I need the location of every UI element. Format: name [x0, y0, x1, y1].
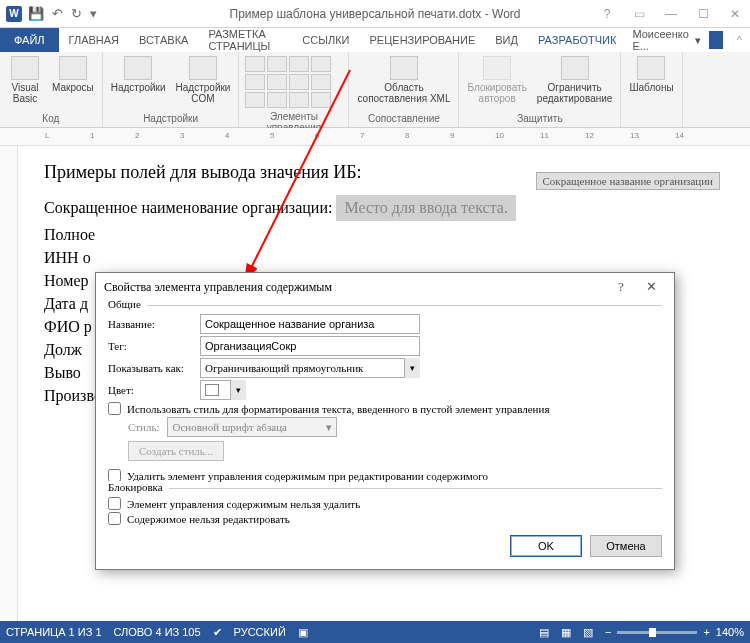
- controls-grid: [243, 54, 333, 110]
- zoom-level[interactable]: 140%: [716, 626, 744, 638]
- combo-value: Основной шрифт абзаца: [172, 421, 286, 433]
- checkbox-control-icon[interactable]: [245, 74, 265, 90]
- tab-insert[interactable]: ВСТАВКА: [129, 28, 198, 52]
- group-protect: Блокировать авторов Ограничить редактиро…: [459, 52, 621, 127]
- combobox-control-icon[interactable]: [267, 74, 287, 90]
- restrict-editing-button[interactable]: Ограничить редактирование: [533, 54, 617, 106]
- lock-edit-checkbox[interactable]: [108, 512, 121, 525]
- repeating-control-icon[interactable]: [245, 92, 265, 108]
- ribbon-display-icon[interactable]: ▭: [624, 4, 654, 24]
- minimize-icon[interactable]: —: [656, 4, 686, 24]
- ribbon-collapse-icon[interactable]: ^: [729, 28, 750, 52]
- field-label: ИНН о: [44, 249, 91, 267]
- status-page[interactable]: СТРАНИЦА 1 ИЗ 1: [6, 626, 102, 638]
- block-authors-icon: [483, 56, 511, 80]
- content-control-properties-dialog: Свойства элемента управления содержимым …: [95, 272, 675, 570]
- vertical-ruler[interactable]: [0, 146, 18, 623]
- macro-record-icon[interactable]: ▣: [298, 626, 308, 639]
- legend-general: Общие: [108, 298, 147, 310]
- title-bar: W 💾 ↶ ↻ ▾ Пример шаблона универсальной п…: [0, 0, 750, 28]
- zoom-slider[interactable]: [617, 631, 697, 634]
- tab-view[interactable]: ВИД: [485, 28, 528, 52]
- field-label: Выво: [44, 364, 81, 382]
- color-swatch-icon: [205, 384, 219, 396]
- field-label: ФИО р: [44, 318, 92, 336]
- view-web-icon[interactable]: ▧: [583, 626, 593, 639]
- com-addins-icon: [189, 56, 217, 80]
- group-controls: Элементы управления: [239, 52, 349, 127]
- tab-home[interactable]: ГЛАВНАЯ: [59, 28, 129, 52]
- maximize-icon[interactable]: ☐: [688, 4, 718, 24]
- ok-button[interactable]: OK: [510, 535, 582, 557]
- tab-file[interactable]: ФАЙЛ: [0, 28, 59, 52]
- zoom-out-icon[interactable]: −: [605, 626, 611, 638]
- combo-value: Ограничивающий прямоугольник: [205, 362, 363, 374]
- horizontal-ruler[interactable]: L 12 34 56 78 910 1112 1314: [0, 128, 750, 146]
- legacy-tools-icon[interactable]: [267, 92, 287, 108]
- use-style-checkbox[interactable]: [108, 402, 121, 415]
- addins-icon: [124, 56, 152, 80]
- vb-icon: [11, 56, 39, 80]
- close-icon[interactable]: ✕: [720, 4, 750, 24]
- window-controls: ? ▭ — ☐ ✕: [592, 4, 750, 24]
- qat-more-icon[interactable]: ▾: [90, 6, 97, 21]
- group-mapping: Область сопоставления XML Сопоставление: [349, 52, 459, 127]
- cancel-button[interactable]: Отмена: [590, 535, 662, 557]
- restrict-editing-icon: [561, 56, 589, 80]
- field-label: Номер: [44, 272, 88, 290]
- tab-references[interactable]: ССЫЛКИ: [292, 28, 359, 52]
- status-words[interactable]: СЛОВО 4 ИЗ 105: [114, 626, 201, 638]
- dropdown-control-icon[interactable]: [289, 74, 309, 90]
- lock-delete-checkbox[interactable]: [108, 497, 121, 510]
- chevron-down-icon: ▾: [230, 380, 246, 400]
- templates-button[interactable]: Шаблоны: [625, 54, 677, 95]
- group-code: Visual Basic Макросы Код: [0, 52, 103, 127]
- plain-text-control-icon[interactable]: [267, 56, 287, 72]
- show-as-combo[interactable]: Ограничивающий прямоугольник▾: [200, 358, 420, 378]
- tab-layout[interactable]: РАЗМЕТКА СТРАНИЦЫ: [198, 28, 292, 52]
- group-label: Защитить: [463, 112, 616, 125]
- spellcheck-icon[interactable]: ✔: [213, 626, 222, 639]
- date-picker-control-icon[interactable]: [311, 74, 331, 90]
- color-combo[interactable]: ▾: [200, 380, 246, 400]
- content-control-box[interactable]: Место для ввода текста.: [336, 195, 516, 221]
- view-print-icon[interactable]: ▦: [561, 626, 571, 639]
- addins-button[interactable]: Надстройки: [107, 54, 170, 95]
- rich-text-control-icon[interactable]: [245, 56, 265, 72]
- com-addins-button[interactable]: Надстройки COM: [172, 54, 235, 106]
- label-style: Стиль:: [128, 421, 159, 433]
- user-account[interactable]: Моисеенко Е... ▾: [626, 28, 728, 52]
- design-mode-icon[interactable]: [289, 92, 309, 108]
- undo-icon[interactable]: ↶: [52, 6, 63, 21]
- properties-icon[interactable]: [311, 92, 331, 108]
- field-label: Долж: [44, 341, 82, 359]
- name-input[interactable]: [200, 314, 420, 334]
- tag-input[interactable]: [200, 336, 420, 356]
- view-read-icon[interactable]: ▤: [539, 626, 549, 639]
- tab-developer[interactable]: РАЗРАБОТЧИК: [528, 28, 626, 52]
- macros-button[interactable]: Макросы: [48, 54, 98, 95]
- user-avatar-icon: [709, 31, 723, 49]
- label-show-as: Показывать как:: [108, 362, 200, 374]
- block-authors-button[interactable]: Блокировать авторов: [463, 54, 530, 106]
- visual-basic-button[interactable]: Visual Basic: [4, 54, 46, 106]
- dialog-help-icon[interactable]: ?: [606, 275, 636, 299]
- tab-review[interactable]: РЕЦЕНЗИРОВАНИЕ: [359, 28, 485, 52]
- group-label: Надстройки: [107, 112, 235, 125]
- redo-icon[interactable]: ↻: [71, 6, 82, 21]
- help-icon[interactable]: ?: [592, 4, 622, 24]
- content-control-tag[interactable]: Сокращенное название организации: [536, 172, 720, 190]
- picture-control-icon[interactable]: [289, 56, 309, 72]
- status-language[interactable]: РУССКИЙ: [234, 626, 286, 638]
- window-title: Пример шаблона универсальной печати.dotx…: [230, 7, 521, 21]
- label-name: Название:: [108, 318, 200, 330]
- fieldset-lock: Блокировка Элемент управления содержимым…: [108, 488, 662, 525]
- dialog-close-icon[interactable]: ✕: [636, 275, 666, 299]
- lock-edit-label: Содержимое нельзя редактировать: [127, 513, 290, 525]
- building-block-control-icon[interactable]: [311, 56, 331, 72]
- group-label: Сопоставление: [353, 112, 454, 125]
- dialog-titlebar: Свойства элемента управления содержимым …: [96, 273, 674, 301]
- xml-mapping-button[interactable]: Область сопоставления XML: [353, 54, 454, 106]
- zoom-in-icon[interactable]: +: [703, 626, 709, 638]
- save-icon[interactable]: 💾: [28, 6, 44, 21]
